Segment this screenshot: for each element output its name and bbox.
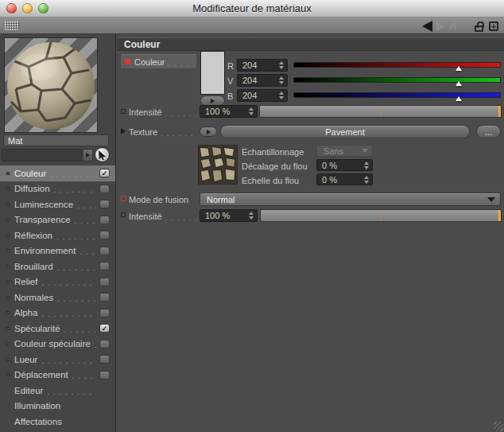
dot-leader <box>54 185 96 194</box>
stepper-icon[interactable] <box>247 212 257 220</box>
material-name-input[interactable] <box>3 134 109 146</box>
blur-offset-label: Décalage du flou <box>242 159 308 173</box>
channel-label: Réflexion <box>14 231 52 240</box>
texture-expand-button[interactable] <box>200 126 217 137</box>
back-arrow-icon[interactable] <box>422 21 432 32</box>
slider-handle[interactable] <box>456 66 462 71</box>
channel-label: Transparence <box>14 215 71 224</box>
sidebar-item-diffusion[interactable]: Diffusion <box>0 181 115 197</box>
channel-checkbox[interactable] <box>99 371 110 379</box>
intensity-value: 100 % <box>200 107 247 116</box>
channel-checkbox[interactable] <box>99 247 110 255</box>
sidebar-item-reflexion[interactable]: Réflexion <box>0 228 115 243</box>
channel-checkbox[interactable] <box>99 278 110 286</box>
lock-icon[interactable] <box>475 25 483 32</box>
sidebar-item-alpha[interactable]: Alpha <box>0 306 115 321</box>
stepper-icon[interactable] <box>277 61 287 69</box>
slider-handle[interactable] <box>456 96 462 101</box>
texture-expander-icon[interactable] <box>121 128 126 134</box>
minimize-button[interactable] <box>22 3 33 14</box>
texture-thumbnail[interactable] <box>198 145 238 185</box>
stepper-icon[interactable] <box>277 91 287 99</box>
channel-checkbox[interactable] <box>99 262 110 270</box>
compare-icon[interactable]: A <box>450 18 457 34</box>
forward-arrow-icon[interactable] <box>436 21 445 31</box>
blue-gradient-slider[interactable] <box>293 92 501 98</box>
intensity-marker-icon <box>121 109 126 114</box>
channel-checkbox[interactable] <box>99 340 110 348</box>
sidebar-item-luminescence[interactable]: Luminescence <box>0 197 115 212</box>
stepper-icon[interactable] <box>247 107 257 115</box>
channel-checkbox[interactable]: ✓ <box>99 169 110 177</box>
channel-checkbox[interactable] <box>99 216 110 224</box>
texture-name-button[interactable]: Pavement <box>220 125 470 138</box>
sidebar-item-illumination[interactable]: Illumination <box>0 399 115 414</box>
sidebar-item-lueur[interactable]: Lueur <box>0 352 115 368</box>
title-bar[interactable]: Modificateur de matériaux <box>0 0 504 18</box>
intensity2-row-label: Intensité <box>129 209 197 223</box>
dot-leader <box>79 247 96 256</box>
dropdown-icon <box>362 149 368 153</box>
sidebar-item-couleur[interactable]: Couleur✓ <box>0 165 115 181</box>
channel-search-input[interactable] <box>2 149 82 162</box>
red-gradient-slider[interactable] <box>293 62 501 68</box>
sidebar-item-transparence[interactable]: Transparence <box>0 212 115 228</box>
intensity-spinner[interactable]: 100 % <box>200 105 258 118</box>
dot-leader <box>47 387 96 396</box>
channel-marker <box>6 311 10 314</box>
channel-checkbox[interactable]: ✓ <box>99 324 110 333</box>
material-picker-button[interactable] <box>95 147 110 162</box>
texture-row-label: Texture <box>129 125 197 138</box>
sidebar-item-brouillard[interactable]: Brouillard <box>0 259 115 274</box>
sidebar-item-relief[interactable]: Relief <box>0 274 115 290</box>
channel-checkbox[interactable] <box>99 293 110 302</box>
channel-search-expand-button[interactable] <box>83 149 93 162</box>
b-value-spinner[interactable]: 204 <box>237 89 288 102</box>
add-window-icon[interactable]: + <box>489 21 498 31</box>
slider-handle[interactable] <box>456 81 462 86</box>
close-button[interactable] <box>6 3 17 14</box>
channel-checkbox[interactable] <box>99 200 110 208</box>
stepper-icon[interactable] <box>277 76 287 84</box>
color-parameter-chip[interactable]: Couleur <box>121 54 196 69</box>
texture-browse-button[interactable]: ... <box>476 125 501 138</box>
expand-right-icon <box>86 153 90 158</box>
blur-scale-spinner[interactable]: 0 % <box>316 173 373 185</box>
sidebar-item-specularite[interactable]: Spécularité✓ <box>0 321 115 337</box>
sidebar-item-deplacement[interactable]: Déplacement <box>0 368 115 383</box>
dot-leader <box>72 372 96 380</box>
dot-leader <box>56 232 96 241</box>
sidebar-item-normales[interactable]: Normales <box>0 290 115 306</box>
intensity2-slider[interactable] <box>260 209 502 222</box>
channel-checkbox[interactable] <box>99 309 110 317</box>
sampling-dropdown[interactable]: Sans <box>316 145 373 157</box>
intensity2-spinner[interactable]: 100 % <box>200 209 258 222</box>
slider-handle[interactable] <box>498 106 501 117</box>
drag-grip-icon[interactable] <box>5 21 19 30</box>
sidebar-item-editeur[interactable]: Editeur <box>0 383 115 399</box>
blend-mode-dropdown[interactable]: Normal <box>200 193 501 206</box>
slider-handle[interactable] <box>498 210 501 221</box>
color-swatch[interactable] <box>200 51 225 95</box>
channel-label: Déplacement <box>14 370 68 379</box>
channel-marker <box>6 296 10 299</box>
g-value-spinner[interactable]: 204 <box>237 74 288 87</box>
channel-checkbox[interactable] <box>99 185 110 193</box>
channel-marker <box>6 234 10 237</box>
r-value-spinner[interactable]: 204 <box>237 59 288 72</box>
zoom-button[interactable] <box>38 3 48 14</box>
channel-checkbox[interactable] <box>99 355 110 364</box>
channel-checkbox[interactable] <box>99 231 110 239</box>
sidebar-item-environnement[interactable]: Environnement <box>0 243 115 259</box>
stepper-icon[interactable] <box>362 176 372 184</box>
resize-grip[interactable] <box>494 422 503 431</box>
channel-label: Affectations <box>14 417 62 426</box>
sidebar-item-affectations[interactable]: Affectations <box>0 414 115 430</box>
stepper-icon[interactable] <box>362 162 372 169</box>
blur-offset-spinner[interactable]: 0 % <box>316 159 373 171</box>
intensity-slider[interactable] <box>259 105 502 118</box>
green-gradient-slider[interactable] <box>293 77 501 83</box>
dot-leader <box>50 170 96 179</box>
material-preview[interactable] <box>4 37 98 133</box>
sidebar-item-couleur-speculaire[interactable]: Couleur spéculaire <box>0 337 115 352</box>
